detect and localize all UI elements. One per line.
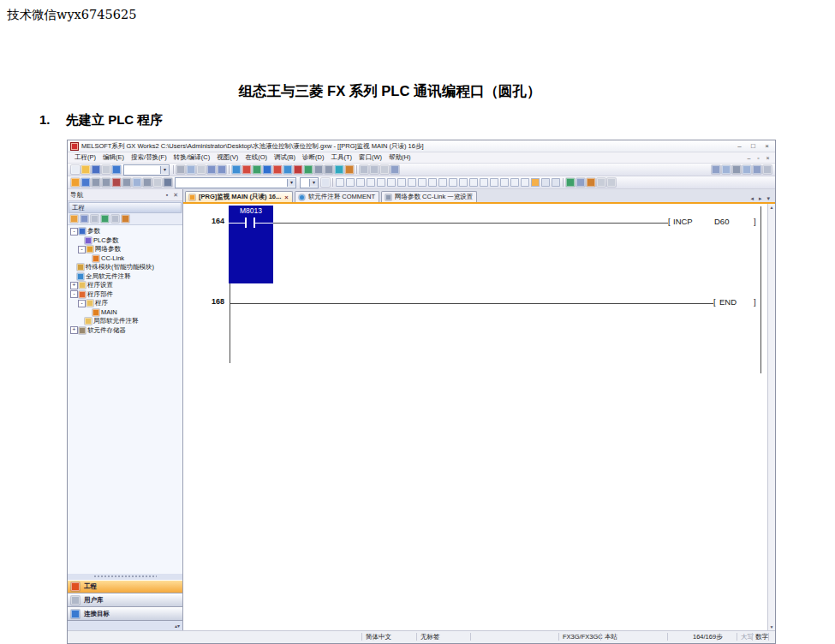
sort-icon[interactable] [81, 215, 88, 223]
window-select-combobox[interactable]: ▾ [123, 164, 170, 176]
menu-debug[interactable]: 调试(B) [271, 153, 299, 162]
tree-item-parameter[interactable]: - 参数 [68, 227, 182, 236]
expand-toggle-icon[interactable]: - [70, 290, 78, 298]
help-icon[interactable] [112, 165, 121, 174]
line-delete-icon[interactable] [552, 178, 560, 187]
tree-item-cclink[interactable]: CC-Link [68, 254, 182, 264]
close-branch-icon[interactable] [367, 178, 375, 187]
tab-device-comment[interactable]: 软元件注释 COMMENT [295, 191, 379, 202]
cross-reference-icon[interactable] [122, 178, 131, 187]
display-scale-combobox[interactable]: ▾ [300, 177, 319, 188]
debug-icon[interactable] [325, 165, 333, 174]
panel-pin-close-buttons[interactable]: ▪ ✕ [166, 192, 180, 199]
wiring-mode-icon[interactable] [531, 178, 540, 187]
new-window-icon[interactable] [321, 178, 330, 187]
expand-toggle-icon[interactable]: - [78, 300, 86, 307]
dock-resize-grip[interactable] [93, 575, 157, 579]
tree-item-intelligent-module[interactable]: 特殊模块(智能功能模块) [68, 263, 182, 272]
menu-project[interactable]: 工程(P) [71, 153, 99, 162]
chevron-down-icon[interactable]: ▾ [160, 166, 169, 174]
statement-display-icon[interactable] [380, 165, 389, 174]
copy-icon[interactable] [187, 165, 195, 174]
docking-window-icon[interactable] [360, 165, 368, 174]
delete-line-icon[interactable] [521, 178, 529, 187]
menu-help[interactable]: 帮助(H) [385, 153, 414, 162]
new-project-icon[interactable] [71, 165, 80, 174]
expand-toggle-icon[interactable]: - [78, 246, 86, 253]
start-monitoring-icon[interactable] [283, 165, 292, 174]
vertical-line-icon[interactable] [397, 178, 406, 187]
find-device-icon[interactable] [164, 178, 172, 187]
tree-item-program[interactable]: - 程序 [68, 299, 182, 308]
falling-pulse-icon[interactable] [449, 178, 457, 187]
print-icon[interactable] [102, 165, 110, 174]
intelligent-module-icon[interactable] [92, 178, 100, 187]
nav-button-project[interactable]: 工程 [68, 580, 182, 593]
open-branch-icon[interactable] [356, 178, 365, 187]
zoom-icon[interactable] [607, 178, 616, 187]
menu-find-replace[interactable]: 搜索/替换(F) [128, 153, 170, 162]
write-to-plc-icon[interactable] [242, 165, 251, 174]
application-instruction-f8-icon[interactable] [387, 178, 396, 187]
menu-view[interactable]: 视图(V) [213, 153, 242, 162]
line-insert-icon[interactable] [541, 178, 550, 187]
monitor-mode-icon[interactable] [263, 165, 271, 174]
falling-branch-icon[interactable] [469, 178, 478, 187]
delete-horizontal-icon[interactable] [428, 178, 437, 187]
tree-item-main[interactable]: MAIN [68, 308, 182, 318]
verify-with-plc-icon[interactable] [253, 165, 261, 174]
horizontal-line-f9-icon[interactable] [408, 178, 416, 187]
monitor-write-mode-icon[interactable] [273, 165, 282, 174]
project-menu-icon[interactable] [122, 215, 129, 223]
close-button[interactable]: × [761, 142, 772, 151]
invert-result-icon[interactable] [480, 178, 488, 187]
find-icon[interactable] [712, 165, 720, 174]
tree-item-plc-parameter[interactable]: PLC参数 [68, 236, 182, 246]
verify-icon[interactable] [112, 178, 121, 187]
device-display-icon[interactable] [101, 215, 109, 223]
save-project-icon[interactable] [92, 165, 100, 174]
ladder-canvas[interactable]: 164 M8013 [ INCP D60 ] 168 [ END ] [183, 204, 775, 630]
bookmark-prev-icon[interactable] [753, 165, 761, 174]
menu-diagnostics[interactable]: 诊断(D) [299, 153, 327, 162]
mdi-restore-button[interactable]: ▫ [754, 155, 762, 161]
tab-close-icon[interactable]: × [284, 194, 288, 201]
convert-pulse-icon[interactable] [490, 178, 498, 187]
expand-toggle-icon[interactable]: - [70, 228, 78, 236]
tree-item-device-memory[interactable]: + 软元件存储器 [68, 326, 182, 336]
project-operation-icon[interactable] [70, 215, 78, 223]
vertical-scrollbar[interactable]: ▲ ▼ [767, 204, 775, 630]
find-next-icon[interactable] [722, 165, 731, 174]
mdi-minimize-button[interactable]: – [745, 155, 753, 161]
monitor-on-contact-m8013[interactable]: M8013 [229, 206, 273, 283]
bookmark-toggle-icon[interactable] [732, 165, 741, 174]
minimize-button[interactable]: – [734, 142, 745, 151]
redo-icon[interactable] [218, 165, 226, 174]
open-project-icon[interactable] [81, 165, 90, 174]
coil-f7-icon[interactable] [377, 178, 385, 187]
tree-item-network-parameter[interactable]: - 网络参数 [68, 245, 182, 254]
scroll-down-icon[interactable]: ▼ [770, 623, 774, 630]
menu-tool[interactable]: 工具(T) [327, 153, 355, 162]
open-contact-f5-icon[interactable] [336, 178, 344, 187]
undo-icon[interactable] [207, 165, 216, 174]
collapse-all-icon[interactable] [91, 215, 98, 223]
sampling-trace-icon[interactable] [314, 165, 323, 174]
watch-window-icon[interactable] [143, 178, 152, 187]
break-setting-icon[interactable] [345, 165, 354, 174]
bookmark-next-icon[interactable] [743, 165, 751, 174]
tab-cclink-setting[interactable]: 网络参数 CC-Link 一览设置 [381, 191, 477, 202]
paste-icon[interactable] [197, 165, 206, 174]
comment-edit-icon[interactable] [566, 178, 575, 187]
expand-toggle-icon[interactable]: + [70, 282, 78, 289]
rising-branch-icon[interactable] [459, 178, 468, 187]
refresh-icon[interactable] [111, 215, 119, 223]
spinner-arrows-icon[interactable]: ▴▾ [175, 623, 180, 629]
tab-main-program[interactable]: [PRG]监视 MAIN (只读) 16... × [185, 191, 293, 202]
note-edit-icon[interactable] [587, 178, 595, 187]
tab-scroll-arrows[interactable]: ◂ ▸ ▾ [751, 195, 773, 202]
read-from-plc-icon[interactable] [232, 165, 241, 174]
scroll-up-icon[interactable]: ▲ [770, 204, 774, 211]
nav-button-connection-destination[interactable]: 连接目标 [68, 607, 182, 621]
delete-vertical-icon[interactable] [418, 178, 426, 187]
